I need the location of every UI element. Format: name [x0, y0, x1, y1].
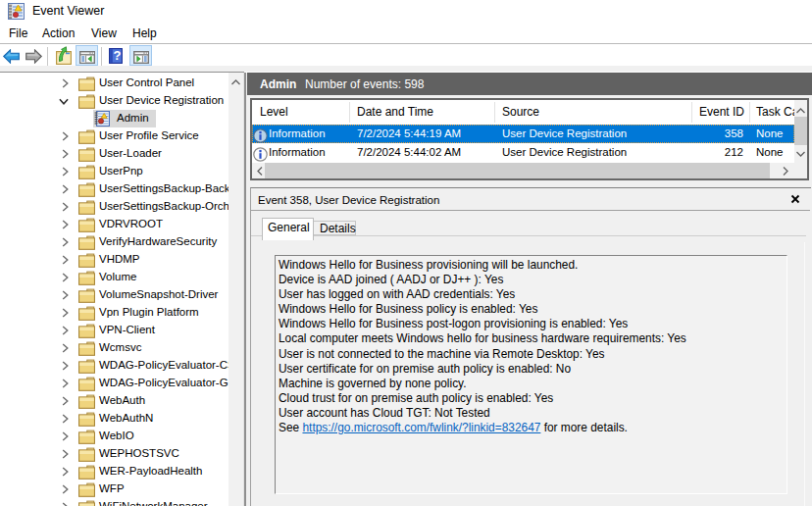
- svg-text:?: ?: [113, 48, 121, 63]
